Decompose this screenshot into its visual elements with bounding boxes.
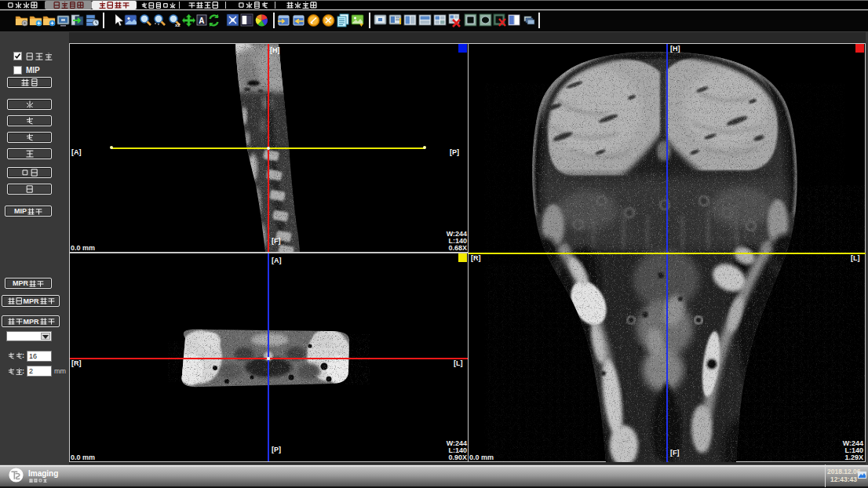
svg-text:x2: x2 (175, 23, 181, 27)
svg-text:A: A (199, 16, 204, 25)
